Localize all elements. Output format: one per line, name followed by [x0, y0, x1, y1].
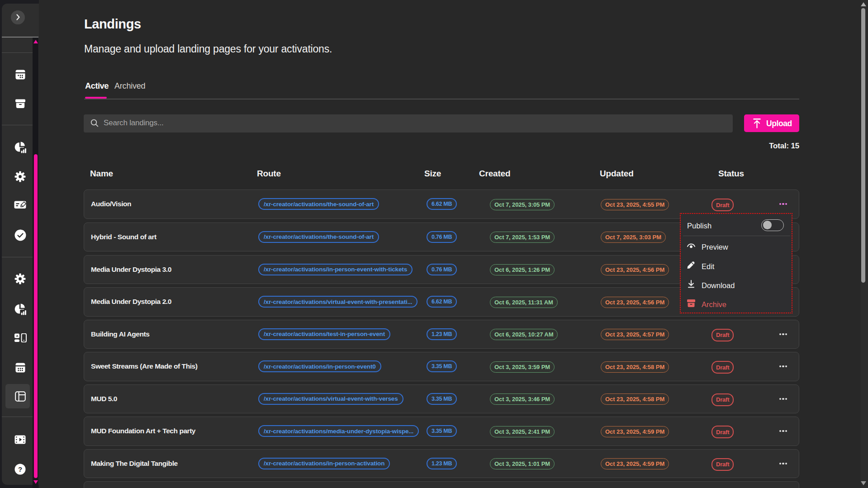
- svg-text:?: ?: [18, 465, 22, 473]
